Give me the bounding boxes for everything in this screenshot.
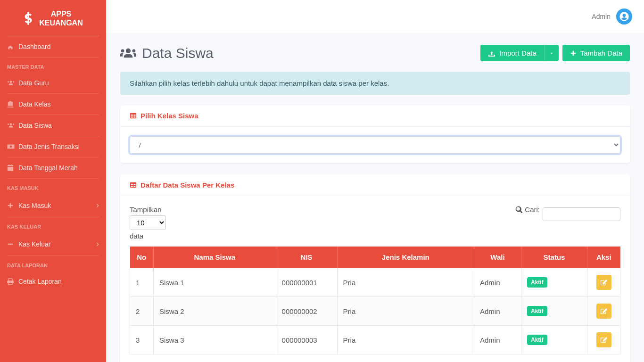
dollar-icon — [23, 12, 33, 25]
topbar: Admin — [106, 0, 644, 33]
users-icon — [120, 47, 136, 60]
sidebar-item-label: Data Kelas — [18, 100, 50, 108]
sidebar-heading-kas-keluar: KAS KELUAR — [0, 217, 106, 232]
cell-no: 1 — [130, 268, 154, 297]
cell-aksi — [587, 297, 620, 326]
sidebar-heading-master: MASTER DATA — [0, 58, 106, 73]
edit-button[interactable] — [596, 275, 611, 290]
edit-button[interactable] — [596, 304, 611, 319]
home-icon — [7, 43, 18, 50]
page-title: Data Siswa — [120, 45, 214, 61]
col-nama[interactable]: Nama Siswa — [154, 247, 276, 268]
print-icon — [7, 278, 18, 285]
sidebar-item-label: Data Jenis Transaksi — [18, 143, 80, 150]
status-badge: Aktif — [527, 335, 547, 345]
col-jk[interactable]: Jenis Kelamin — [337, 247, 474, 268]
search-icon — [515, 206, 522, 213]
cell-jk: Pria — [337, 297, 474, 326]
sidebar-item-kas-keluar[interactable]: Kas Keluar — [0, 232, 106, 255]
username-label: Admin — [592, 13, 611, 20]
length-label-post: data — [130, 232, 166, 240]
sidebar-item-label: Kas Keluar — [18, 240, 50, 248]
col-aksi[interactable]: Aksi — [587, 247, 620, 268]
sidebar-item-data-siswa[interactable]: Data Siswa — [0, 115, 106, 136]
cell-no: 2 — [130, 297, 154, 326]
cell-nama: Siswa 2 — [154, 297, 276, 326]
sidebar-item-kas-masuk[interactable]: Kas Masuk — [0, 194, 106, 217]
upload-icon — [488, 49, 495, 57]
cell-jk: Pria — [337, 326, 474, 354]
sidebar-item-data-tanggal-merah[interactable]: Data Tanggal Merah — [0, 157, 106, 178]
sidebar-heading-kas-masuk: KAS MASUK — [0, 179, 106, 194]
users-icon — [7, 80, 18, 86]
card-header-pilih-kelas: Pilih Kelas Siswa — [120, 105, 630, 127]
status-badge: Aktif — [527, 277, 547, 288]
tambah-data-button[interactable]: Tambah Data — [562, 45, 630, 61]
table-icon — [130, 113, 137, 119]
length-label-pre: Tampilkan — [130, 206, 166, 214]
status-badge: Aktif — [527, 306, 547, 316]
siswa-table: No Nama Siswa NIS Jenis Kelamin Wali Sta… — [130, 247, 620, 354]
edit-button[interactable] — [596, 332, 611, 347]
cell-wali: Admin — [474, 268, 521, 297]
search-label: Cari: — [525, 206, 540, 214]
table-row: 3Siswa 3000000003PriaAdminAktif — [130, 326, 620, 354]
table-row: 1Siswa 1000000001PriaAdminAktif — [130, 268, 620, 297]
minus-icon — [7, 241, 18, 247]
cell-status: Aktif — [521, 268, 587, 297]
money-icon — [7, 144, 18, 149]
cell-nama: Siswa 3 — [154, 326, 276, 354]
col-wali[interactable]: Wali — [474, 247, 521, 268]
sidebar-item-cetak-laporan[interactable]: Cetak Laporan — [0, 271, 106, 292]
cell-nama: Siswa 1 — [154, 268, 276, 297]
cell-no: 3 — [130, 326, 154, 354]
col-no[interactable]: No — [130, 247, 154, 268]
sidebar-item-data-jenis-transaksi[interactable]: Data Jenis Transaksi — [0, 136, 106, 157]
cell-aksi — [587, 268, 620, 297]
plus-icon — [570, 50, 577, 57]
avatar — [616, 8, 632, 25]
plus-icon — [7, 202, 18, 209]
cell-wali: Admin — [474, 326, 521, 354]
kelas-select[interactable]: 7 — [130, 136, 620, 154]
calendar-icon — [7, 165, 18, 171]
col-nis[interactable]: NIS — [276, 247, 337, 268]
sidebar-item-data-guru[interactable]: Data Guru — [0, 73, 106, 93]
cell-aksi — [587, 326, 620, 354]
cell-nis: 000000002 — [276, 297, 337, 326]
sidebar-item-label: Data Tanggal Merah — [18, 164, 78, 172]
building-icon — [7, 101, 18, 107]
cell-nis: 000000001 — [276, 268, 337, 297]
table-search-input[interactable] — [543, 207, 620, 221]
cell-jk: Pria — [337, 268, 474, 297]
info-alert: Silahkan pilih kelas terlebih dahulu unt… — [120, 72, 630, 95]
sidebar-item-label: Dashboard — [18, 43, 51, 50]
import-data-button[interactable]: Import Data — [480, 45, 544, 61]
cell-wali: Admin — [474, 297, 521, 326]
table-length-select[interactable]: 10 — [130, 215, 166, 230]
user-menu[interactable]: Admin — [592, 8, 632, 25]
table-row: 2Siswa 2000000002PriaAdminAktif — [130, 297, 620, 326]
cell-status: Aktif — [521, 326, 587, 354]
import-data-dropdown-toggle[interactable] — [544, 45, 559, 61]
card-header-daftar: Daftar Data Siswa Per Kelas — [120, 174, 630, 196]
sidebar-item-label: Data Guru — [18, 79, 49, 87]
brand-text: APPS KEUANGAN — [39, 9, 83, 27]
import-data-button-group: Import Data — [480, 45, 558, 61]
cell-nis: 000000003 — [276, 326, 337, 354]
sidebar-item-label: Kas Masuk — [18, 202, 51, 209]
sidebar: APPS KEUANGAN Dashboard MASTER DATA Data… — [0, 0, 106, 362]
card-pilih-kelas: Pilih Kelas Siswa 7 — [120, 105, 630, 163]
brand[interactable]: APPS KEUANGAN — [7, 0, 99, 36]
sidebar-item-label: Cetak Laporan — [18, 278, 62, 285]
cell-status: Aktif — [521, 297, 587, 326]
table-icon — [130, 182, 137, 188]
users-icon — [7, 122, 18, 129]
sidebar-item-label: Data Siswa — [18, 122, 52, 129]
card-daftar-siswa: Daftar Data Siswa Per Kelas Tampilkan 10… — [120, 174, 630, 362]
col-status[interactable]: Status — [521, 247, 587, 268]
sidebar-item-data-kelas[interactable]: Data Kelas — [0, 94, 106, 115]
table-length-control: Tampilkan 10 data — [130, 206, 166, 240]
sidebar-item-dashboard[interactable]: Dashboard — [0, 36, 106, 57]
sidebar-heading-laporan: DATA LAPORAN — [0, 256, 106, 271]
